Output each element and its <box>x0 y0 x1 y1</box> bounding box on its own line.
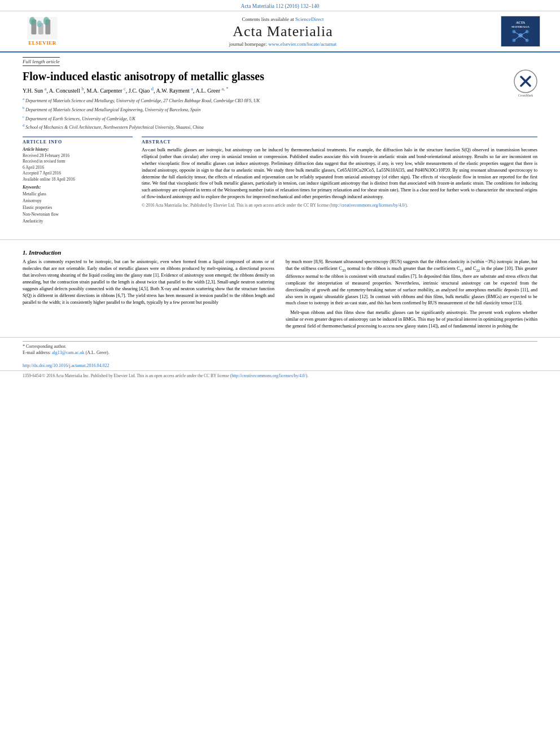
body-col-left: A glass is commonly expected to be isotr… <box>23 259 274 333</box>
journal-citation: Acta Materialia 112 (2016) 132–140 <box>241 3 320 9</box>
crossmark-label: CrossMark <box>518 94 533 97</box>
keyword-1: Metallic glass <box>23 191 133 198</box>
keywords-label: Keywords: <box>23 185 133 190</box>
shearing-word: shearing <box>122 286 138 291</box>
keywords-list: Metallic glass Anisotropy Elastic proper… <box>23 191 133 225</box>
cc-link[interactable]: http://creativecommons.org/licenses/by/4… <box>331 203 406 208</box>
body-col-right: by much more [8,9]. Resonant ultrasound … <box>286 259 537 333</box>
svg-point-4 <box>29 17 36 25</box>
affiliation-c: c Department of Earth Sciences, Universi… <box>23 114 537 123</box>
doi-link[interactable]: http://dx.doi.org/10.1016/j.actamat.2016… <box>23 363 109 368</box>
copyright-line: © 2016 Acta Materialia Inc. Published by… <box>142 203 537 209</box>
title-section: Flow-induced elastic anisotropy of metal… <box>23 69 537 83</box>
abstract-label: Abstract <box>142 139 537 145</box>
acta-logo: ACTA MATERIALIA <box>498 16 543 47</box>
journal-header-center: Contents lists available at ScienceDirec… <box>68 16 498 47</box>
svg-point-5 <box>43 17 50 25</box>
accepted-date: Accepted 7 April 2016 <box>23 171 133 177</box>
elsevier-logo: ELSEVIER <box>17 17 68 46</box>
corresponding-author-note: * Corresponding author. <box>23 344 537 349</box>
article-info-label: Article info <box>23 139 133 145</box>
homepage-line: journal homepage: www.elsevier.com/locat… <box>68 41 498 47</box>
bottom-bar: 1359-6454/© 2016 Acta Materialia Inc. Pu… <box>0 370 560 381</box>
history-label: Article history: <box>23 147 133 152</box>
intro-para-3: Melt-spun ribbons and thin films show th… <box>286 309 537 330</box>
email-note: E-mail address: alg13@cam.ac.uk (A.L. Gr… <box>23 350 537 355</box>
article-title: Flow-induced elastic anisotropy of metal… <box>23 69 537 83</box>
intro-para-2: by much more [8,9]. Resonant ultrasound … <box>286 259 537 307</box>
intro-heading: 1. Introduction <box>23 249 537 256</box>
elsevier-label: ELSEVIER <box>28 40 56 46</box>
journal-name: Acta Materialia <box>68 23 498 40</box>
body-section: 1. Introduction A glass is commonly expe… <box>0 244 560 337</box>
keyword-3: Elastic properties <box>23 204 133 211</box>
svg-point-6 <box>37 20 42 27</box>
available-date: Available online 18 April 2016 <box>23 177 133 183</box>
contents-line: Contents lists available at ScienceDirec… <box>68 16 498 22</box>
affiliation-d: d School of Mechanics & Civil Architectu… <box>23 123 537 131</box>
keyword-5: Anelasticity <box>23 218 133 225</box>
keyword-4: Non-Newtonian flow <box>23 211 133 218</box>
body-text-left: A glass is commonly expected to be isotr… <box>23 259 274 305</box>
received-date: Received 28 February 2016 <box>23 153 133 159</box>
homepage-link[interactable]: www.elsevier.com/locate/actamat <box>268 41 336 47</box>
affiliation-b: b Department of Materials Science and Me… <box>23 105 537 113</box>
intro-para-1: A glass is commonly expected to be isotr… <box>23 259 274 305</box>
received-revised-date: 6 April 2016 <box>23 165 133 171</box>
elsevier-tree-icon <box>25 17 59 40</box>
body-text-right: by much more [8,9]. Resonant ultrasound … <box>286 259 537 330</box>
crossmark-icon <box>514 69 537 93</box>
issn-line: 1359-6454/© 2016 Acta Materialia Inc. Pu… <box>23 373 308 378</box>
footer-notes: * Corresponding author. E-mail address: … <box>0 337 560 360</box>
bottom-cc-link[interactable]: http://creativecommons.org/licenses/by/4… <box>231 373 306 378</box>
acta-logo-icon: ACTA MATERIALIA <box>502 16 539 46</box>
acta-materialia-logo: ACTA MATERIALIA <box>501 16 540 47</box>
article-type: Full length article <box>23 57 60 66</box>
svg-text:MATERIALIA: MATERIALIA <box>511 25 530 28</box>
crossmark-container: CrossMark <box>514 69 537 97</box>
sciencedirect-link[interactable]: ScienceDirect <box>295 16 323 22</box>
article-info-abstract: Article info Article history: Received 2… <box>23 137 537 225</box>
authors-line: Y.H. Sun a, A. Concustell b, M.A. Carpen… <box>23 86 537 94</box>
received-revised-label: Received in revised form <box>23 159 133 165</box>
section-divider <box>0 239 560 240</box>
affiliations: a Department of Materials Science and Me… <box>23 96 537 131</box>
main-content: Full length article Flow-induced elastic… <box>0 53 560 235</box>
keyword-2: Anisotropy <box>23 198 133 204</box>
abstract-col: Abstract As-cast bulk metallic glasses a… <box>142 137 537 225</box>
svg-text:ACTA: ACTA <box>516 21 526 24</box>
doi-section: http://dx.doi.org/10.1016/j.actamat.2016… <box>0 360 560 370</box>
crossmark-badge: CrossMark <box>514 69 537 97</box>
citation-bar: Acta Materialia 112 (2016) 132–140 <box>0 0 560 11</box>
journal-header: ELSEVIER Contents lists available at Sci… <box>0 11 560 53</box>
author-email-link[interactable]: alg13@cam.ac.uk <box>52 350 85 355</box>
body-two-col: A glass is commonly expected to be isotr… <box>23 259 537 333</box>
article-info-col: Article info Article history: Received 2… <box>23 137 133 225</box>
affiliation-a: a Department of Materials Science and Me… <box>23 96 537 104</box>
footer-divider <box>23 341 537 342</box>
abstract-paragraph: As-cast bulk metallic glasses are isotro… <box>142 147 537 200</box>
abstract-text: As-cast bulk metallic glasses are isotro… <box>142 147 537 209</box>
